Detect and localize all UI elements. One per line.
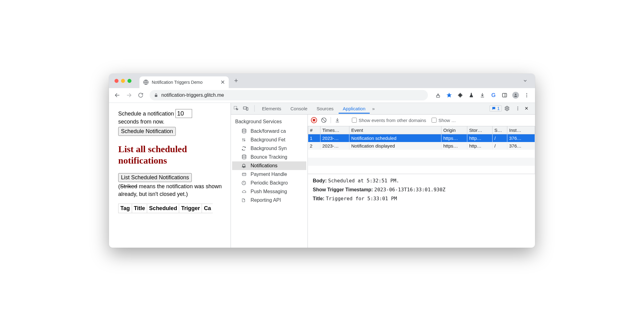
tab-application[interactable]: Application [339,104,370,114]
clock-icon [241,181,248,185]
tab-strip: Notification Triggers Demo ✕ + [109,74,535,88]
table-row[interactable]: 2 2023-… Notification displayed https… h… [308,142,535,150]
svg-point-16 [517,107,518,108]
col-event[interactable]: Event [349,126,441,134]
sidebar-item-bg-sync[interactable]: Background Syn [232,144,306,153]
sidebar-item-label: Push Messaging [251,189,287,194]
page-heading: List all scheduled notifications [118,143,224,166]
extensions-icon[interactable] [455,90,465,100]
schedule-notification-button[interactable]: Schedule Notification [118,127,176,136]
col-num[interactable]: # [308,126,320,134]
browser-tab[interactable]: Notification Triggers Demo ✕ [139,76,229,88]
col-instance[interactable]: Inst… [507,126,535,134]
svg-point-10 [526,95,527,96]
sidebar-item-reporting[interactable]: Reporting API [232,196,306,205]
tab-console[interactable]: Console [286,104,312,114]
devtools-main: Show events from other domains Show … [308,115,535,248]
tabs-menu-icon[interactable] [523,78,531,83]
detail-body-label: Body: [313,178,327,183]
sidebar-item-label: Payment Handle [251,172,287,177]
record-button[interactable] [311,117,317,123]
sidebar-item-push[interactable]: Push Messaging [232,187,306,196]
sidebar-heading: Background Services [232,118,306,127]
sidebar-item-label: Notifications [251,163,277,169]
sidebar-item-label: Reporting API [251,197,281,203]
col-timestamp[interactable]: Times… [320,126,349,134]
google-account-icon[interactable]: G [488,90,499,100]
event-details: Body: Scheduled at 5:32:51 PM. Show Trig… [308,174,535,208]
inspect-icon[interactable] [233,106,242,111]
table-row [308,150,535,158]
col-scope[interactable]: S… [493,126,507,134]
clear-icon[interactable] [321,117,327,123]
svg-rect-21 [242,173,246,175]
col-tag: Tag [119,204,132,213]
tab-elements[interactable]: Elements [258,104,286,114]
forward-button[interactable] [124,90,134,100]
events-toolbar: Show events from other domains Show … [308,115,535,126]
labs-icon[interactable] [466,90,477,100]
address-bar[interactable]: notification-triggers.glitch.me [150,90,428,100]
tab-sources[interactable]: Sources [312,104,338,114]
cloud-icon [241,189,248,194]
browser-toolbar: notification-triggers.glitch.me G [109,88,535,103]
sidebar-item-payment[interactable]: Payment Handle [232,170,306,179]
devtools-panel: Elements Console Sources Application » 1 [231,103,535,248]
download-icon[interactable] [335,117,340,123]
svg-rect-6 [502,93,507,97]
profile-avatar[interactable] [510,90,521,100]
col-scheduled: Scheduled [147,204,179,213]
col-origin[interactable]: Origin [441,126,467,134]
side-panel-icon[interactable] [499,90,510,100]
kebab-menu-icon[interactable] [521,90,532,100]
show-other-domains-checkbox[interactable]: Show events from other domains [352,118,426,123]
sidebar-item-notifications[interactable]: Notifications [232,161,306,170]
devtools-menu-icon[interactable] [515,106,522,111]
settings-icon[interactable] [504,106,513,111]
col-storage[interactable]: Stor… [467,126,493,134]
back-button[interactable] [112,90,123,100]
schedule-label-post: seconds from now. [118,119,164,125]
col-title: Title [132,204,147,213]
detail-body-value: Scheduled at 5:32:51 PM. [328,178,399,184]
devtools-sidebar: Background Services Back/forward ca Back… [231,115,308,248]
table-row[interactable]: 1 2023-… Notification scheduled https… h… [308,134,535,142]
downloads-icon[interactable] [477,90,488,100]
sidebar-item-bg-fetch[interactable]: Background Fet [232,136,306,144]
share-icon[interactable] [433,90,443,100]
svg-rect-3 [155,95,157,97]
svg-marker-5 [447,93,452,98]
list-scheduled-button[interactable]: List Scheduled Notifications [118,173,192,182]
events-table: # Times… Event Origin Stor… S… Inst… 1 2… [308,126,535,174]
arrows-vertical-icon [241,137,248,143]
notifications-table-header: Tag Title Scheduled Trigger Ca [118,204,213,213]
tabs-overflow-icon[interactable]: » [370,104,376,114]
content-area: Schedule a notification seconds from now… [109,103,535,248]
sidebar-item-label: Background Fet [251,137,285,143]
bell-icon [241,163,248,169]
new-tab-button[interactable]: + [231,77,241,85]
svg-point-17 [517,108,518,109]
svg-rect-13 [244,107,247,109]
reload-button[interactable] [135,90,146,100]
fullscreen-window-button[interactable] [127,79,131,83]
show-more-checkbox[interactable]: Show … [432,118,456,123]
issues-badge[interactable]: 1 [489,105,502,112]
minimize-window-button[interactable] [121,79,125,83]
issues-count: 1 [497,106,500,111]
devtools-close-icon[interactable]: ✕ [525,106,533,111]
toolbar-actions: G [433,90,532,100]
sidebar-item-bounce[interactable]: Bounce Tracking [232,153,306,161]
database-icon [241,128,248,134]
close-window-button[interactable] [115,79,119,83]
sidebar-item-periodic[interactable]: Periodic Backgro [232,179,306,187]
svg-point-15 [506,108,508,109]
seconds-input[interactable] [175,109,192,118]
svg-point-19 [242,129,246,130]
device-toggle-icon[interactable] [243,106,251,111]
svg-point-20 [242,155,246,156]
detail-title-value: Triggered for 5:33:01 PM [326,196,397,201]
tab-close-icon[interactable]: ✕ [220,79,225,86]
bookmark-star-icon[interactable] [444,90,454,100]
sidebar-item-bfcache[interactable]: Back/forward ca [232,127,306,136]
